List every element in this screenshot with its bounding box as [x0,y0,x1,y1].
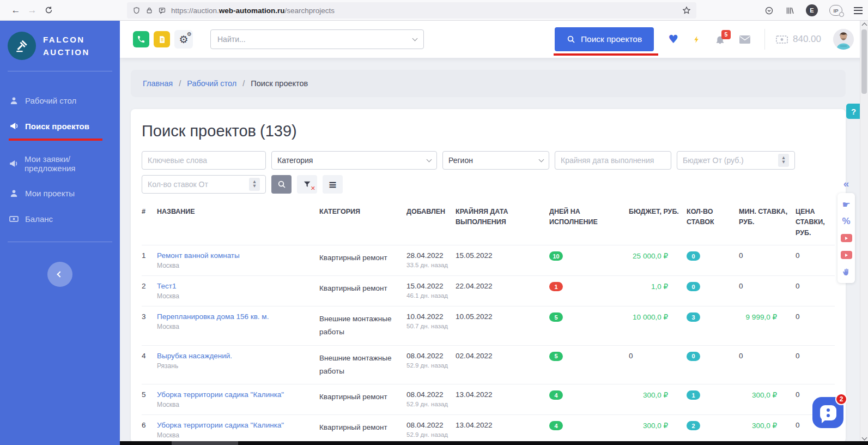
project-link[interactable]: Тест1 [157,282,176,290]
page-title: Поиск проектов(139) [142,122,835,140]
favorites-heart-icon[interactable]: ♥ [668,33,678,46]
sidebar-item-my-projects[interactable]: Мои проекты [0,175,120,200]
breadcrumb-separator: / [179,79,181,88]
days-left-badge: 10 [549,251,563,261]
shield-icon[interactable] [132,7,141,15]
youtube-icon[interactable] [837,230,855,246]
lock-icon[interactable] [145,7,153,14]
scrollbar-thumb[interactable] [861,29,867,94]
bids-count-badge: 0 [687,251,700,261]
deadline-date: 13.04.2022 [456,421,549,429]
sidebar-item-search-projects[interactable]: Поиск проектов [0,107,120,133]
project-category: Квартирный ремонт [319,251,406,264]
global-search-select[interactable]: Найти... [210,29,424,49]
bids-count-badge: 0 [687,352,700,361]
bids-count-cell: 0 [687,352,739,361]
added-date: 08.04.2022 [406,352,456,360]
bids-from-input[interactable]: Кол-во ставок От▲▼ [142,175,266,194]
region-select[interactable]: Регион [442,151,549,170]
sidebar-item-label: Рабочий стол [25,96,76,105]
browser-back-icon[interactable]: ← [8,2,24,19]
project-category: Квартирный ремонт [319,282,406,295]
bookmark-star-icon[interactable] [682,6,691,15]
url-bar[interactable]: https://auction.web-automation.ru/search… [127,2,696,19]
page-body: Главная / Рабочий стол / Поиск проектов … [120,58,868,443]
youtube-icon[interactable] [837,246,855,263]
days-left-badge: 4 [549,390,563,400]
budget-value: 0 [629,352,687,360]
notifications-bell-icon[interactable]: 5 [715,34,725,45]
project-link[interactable]: Уборка территории садика "Калинка" [157,421,284,429]
keywords-input[interactable]: Ключевые слова [142,151,266,170]
messages-envelope-icon[interactable] [739,35,750,44]
number-stepper[interactable]: ▲▼ [249,178,260,191]
vertical-scrollbar[interactable] [860,21,868,445]
min-bid-value: 0 [739,352,796,360]
search-projects-button[interactable]: Поиск проектов [555,27,654,51]
added-date-cell: 08.04.202252.9 дн. назад [406,421,456,438]
clear-filters-button[interactable]: ✕ [297,175,317,194]
project-link[interactable]: Уборка территории садика "Калинка" [157,390,284,399]
sidebar-item-my-bids[interactable]: Мои заявки/предложения [0,141,120,175]
gavel-logo-icon [8,32,36,60]
category-select[interactable]: Категория [271,151,437,170]
pointer-hand-icon[interactable]: ☛ [837,196,855,213]
settings-button[interactable]: ⚙ ⚙ [174,30,193,49]
view-options-button[interactable]: ≡ [323,175,343,194]
pocket-icon[interactable] [764,6,774,15]
horizontal-scrollbar[interactable] [120,441,868,445]
deadline-input[interactable]: Крайняя дата выполнения [555,151,671,170]
browser-profile-avatar[interactable]: E [806,4,818,16]
sidebar-item-desktop[interactable]: Рабочий стол [0,82,120,107]
budget-from-input[interactable]: Бюджет От (руб.)▲▼ [677,151,795,170]
browser-forward-icon[interactable]: → [24,2,40,19]
person-icon [9,189,19,198]
help-button[interactable]: ? [846,104,861,119]
document-button[interactable] [154,31,170,47]
ip-extension-icon[interactable]: IP [829,5,842,16]
chevron-down-icon [427,157,432,163]
gear-icon: ⚙ [187,31,192,37]
project-category: Внешние монтажные работы [319,352,406,378]
breadcrumb-home[interactable]: Главная [143,79,173,88]
horizontal-scrollbar-thumb[interactable] [172,441,238,445]
days-left-badge: 1 [549,282,563,291]
project-category: Квартирный ремонт [319,421,406,434]
panel-collapse-icon[interactable]: « [837,178,855,190]
balance-amount: 840.00 [793,34,821,45]
user-avatar[interactable] [833,29,854,50]
browser-reload-icon[interactable] [40,2,57,19]
brand[interactable]: FALCON AUCTION [0,21,120,70]
balance[interactable]: 840.00 [776,34,821,45]
projects-count: (139) [260,122,297,140]
bids-count-cell: 0 [687,282,739,291]
project-link[interactable]: Вырубка насаждений. [157,352,232,360]
added-date: 28.04.2022 [406,251,456,260]
number-stepper[interactable]: ▲▼ [778,154,789,167]
sidebar-collapse-button[interactable] [47,262,72,287]
added-date-cell: 15.04.202246.1 дн. назад [406,282,456,299]
library-icon[interactable] [785,6,794,15]
browser-menu-icon[interactable] [854,7,863,14]
table-header: # НАЗВАНИЕ КАТЕГОРИЯ ДОБАВЛЕН КРАЙНЯЯ ДА… [142,202,835,245]
project-link[interactable]: Ремонт ванной комнаты [157,251,240,260]
col-min-bid: МИН. СТАВКА, РУБ. [739,207,796,228]
added-ago: 33.5 дн. назад [406,262,456,268]
project-link[interactable]: Перепланировка дома 156 кв. м. [157,312,269,321]
budget-value: 25 000,0 ₽ [629,251,687,260]
percent-icon[interactable]: % [837,213,855,230]
scroll-down-icon[interactable] [861,435,867,441]
palm-hand-icon[interactable] [837,263,855,280]
chat-widget-button[interactable]: 2 [812,397,843,428]
boost-lightning-icon[interactable] [693,34,701,45]
permissions-icon[interactable] [158,7,166,15]
phone-button[interactable] [133,31,149,47]
scroll-up-icon[interactable] [861,23,867,28]
sidebar-item-balance[interactable]: Баланс [0,200,120,226]
apply-search-button[interactable] [271,175,292,194]
project-title-cell: Уборка территории садика "Калинка"Москва [157,421,319,439]
row-number: 3 [142,312,157,321]
chevron-down-icon [539,157,544,163]
days-left-cell: 4 [549,421,629,430]
breadcrumb-desktop[interactable]: Рабочий стол [187,79,236,88]
